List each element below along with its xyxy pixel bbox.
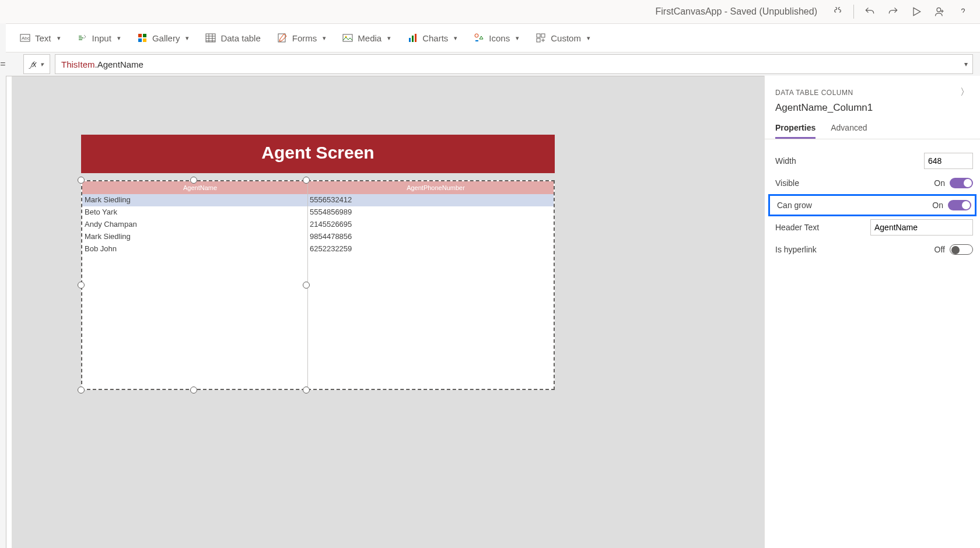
ribbon-icons[interactable]: Icons▾ bbox=[474, 33, 519, 43]
ribbon-charts[interactable]: Charts▾ bbox=[407, 33, 457, 43]
svg-rect-11 bbox=[409, 38, 411, 42]
formula-rest: .AgentName bbox=[95, 59, 144, 69]
resize-handle[interactable] bbox=[190, 177, 197, 184]
resize-handle[interactable] bbox=[78, 387, 85, 394]
datatable-selection[interactable]: AgentName AgentPhoneNumber Mark Siedling… bbox=[81, 180, 555, 390]
screen-header: Agent Screen bbox=[81, 135, 555, 173]
cell: Bob John bbox=[82, 243, 307, 255]
resize-handle[interactable] bbox=[303, 282, 310, 289]
ribbon-gallery[interactable]: Gallery▾ bbox=[137, 33, 190, 43]
svg-rect-12 bbox=[412, 36, 414, 42]
svg-point-0 bbox=[937, 8, 941, 12]
prop-headertext-label: Header Text bbox=[775, 223, 819, 232]
prop-visible: Visible On bbox=[775, 172, 973, 194]
resize-handle[interactable] bbox=[303, 177, 310, 184]
formula-thisitem: ThisItem bbox=[61, 59, 95, 69]
ribbon-icons-label: Icons bbox=[489, 33, 510, 43]
resize-handle[interactable] bbox=[78, 282, 85, 289]
panel-body: Width Visible On Can grow On Header Text bbox=[765, 139, 980, 261]
resize-handle[interactable] bbox=[78, 177, 85, 184]
fx-button[interactable]: 𝑓x▾ bbox=[23, 54, 50, 74]
panel-tabs: Properties Advanced bbox=[765, 120, 980, 139]
prop-width: Width bbox=[775, 150, 973, 172]
ribbon-media[interactable]: Media▾ bbox=[342, 33, 391, 43]
separator bbox=[853, 5, 854, 19]
svg-text:Abc: Abc bbox=[22, 36, 30, 41]
panel-header: DATA TABLE COLUMN 〉 bbox=[765, 86, 980, 100]
col-header-agentphone[interactable]: AgentPhoneNumber bbox=[318, 181, 554, 194]
svg-rect-9 bbox=[343, 34, 352, 41]
table-row[interactable]: Beto Yark5554856989 bbox=[82, 206, 554, 219]
ribbon-charts-label: Charts bbox=[422, 33, 448, 43]
media-icon bbox=[342, 33, 353, 43]
cell: Andy Champan bbox=[82, 219, 307, 231]
icons-icon bbox=[474, 33, 484, 43]
chevron-down-icon[interactable]: ▾ bbox=[964, 60, 968, 68]
cell: 5554856989 bbox=[307, 206, 554, 219]
col-header-agentname[interactable]: AgentName bbox=[82, 181, 318, 194]
cell: 9854478856 bbox=[307, 231, 554, 243]
resize-handle[interactable] bbox=[190, 387, 197, 394]
redo-icon[interactable] bbox=[886, 4, 901, 19]
charts-icon bbox=[407, 33, 418, 43]
table-row[interactable]: Bob John6252232259 bbox=[82, 243, 554, 255]
undo-icon[interactable] bbox=[862, 4, 877, 19]
cell: Mark Siedling bbox=[82, 231, 307, 243]
share-icon[interactable] bbox=[932, 4, 947, 19]
ribbon-gallery-label: Gallery bbox=[152, 33, 180, 43]
panel-section-label: DATA TABLE COLUMN bbox=[775, 89, 853, 97]
cell: Beto Yark bbox=[82, 206, 307, 219]
prop-hyperlink-state: Off bbox=[935, 245, 945, 254]
canvas-content: Agent Screen AgentName AgentPhoneNumber … bbox=[81, 135, 555, 390]
left-strip bbox=[6, 76, 12, 548]
toggle-hyperlink[interactable] bbox=[950, 244, 973, 255]
help-icon[interactable] bbox=[956, 4, 971, 19]
ribbon-custom-label: Custom bbox=[551, 33, 581, 43]
equals-label: = bbox=[0, 59, 6, 69]
datatable-icon bbox=[205, 33, 216, 43]
chevron-right-icon[interactable]: 〉 bbox=[960, 86, 970, 99]
chevron-down-icon: ▾ bbox=[186, 34, 189, 42]
canvas-zone[interactable]: Agent Screen AgentName AgentPhoneNumber … bbox=[6, 76, 764, 548]
app-checker-icon[interactable] bbox=[830, 4, 845, 19]
table-row[interactable]: Andy Champan2145526695 bbox=[82, 219, 554, 231]
datatable[interactable]: AgentName AgentPhoneNumber Mark Siedling… bbox=[81, 180, 555, 390]
prop-headertext-input[interactable] bbox=[870, 219, 973, 236]
svg-rect-6 bbox=[143, 38, 146, 42]
chevron-down-icon: ▾ bbox=[454, 34, 457, 42]
custom-icon bbox=[536, 33, 546, 43]
tab-properties[interactable]: Properties bbox=[775, 120, 816, 139]
ribbon-custom[interactable]: Custom▾ bbox=[536, 33, 590, 43]
ribbon-datatable-label: Data table bbox=[220, 33, 260, 43]
cell: 6252232259 bbox=[307, 243, 554, 255]
chevron-down-icon: ▾ bbox=[323, 34, 326, 42]
main-area: Agent Screen AgentName AgentPhoneNumber … bbox=[6, 76, 980, 548]
svg-rect-4 bbox=[143, 34, 146, 37]
ribbon: Abc Text▾ Input▾ Gallery▾ Data table For… bbox=[6, 23, 980, 52]
cell: Mark Siedling bbox=[82, 194, 307, 206]
formula-input[interactable]: ThisItem.AgentName ▾ bbox=[55, 54, 973, 74]
text-icon: Abc bbox=[20, 33, 30, 43]
tab-advanced[interactable]: Advanced bbox=[831, 120, 867, 139]
chevron-down-icon: ▾ bbox=[117, 34, 121, 42]
table-row[interactable]: Mark Siedling9854478856 bbox=[82, 231, 554, 243]
ribbon-forms[interactable]: Forms▾ bbox=[277, 33, 327, 43]
prop-hyperlink-label: Is hyperlink bbox=[775, 245, 817, 254]
prop-width-input[interactable] bbox=[924, 153, 973, 169]
ribbon-datatable[interactable]: Data table bbox=[205, 33, 260, 43]
svg-rect-3 bbox=[138, 34, 142, 37]
table-row[interactable]: Mark Siedling5556532412 bbox=[82, 194, 554, 206]
prop-cangrow-state: On bbox=[932, 201, 943, 210]
toggle-visible[interactable] bbox=[950, 178, 973, 188]
ribbon-text-label: Text bbox=[35, 33, 51, 43]
play-icon[interactable] bbox=[909, 4, 924, 19]
datatable-headers: AgentName AgentPhoneNumber bbox=[82, 181, 554, 194]
ribbon-text[interactable]: Abc Text▾ bbox=[20, 33, 61, 43]
titlebar: FirstCanvasApp - Saved (Unpublished) bbox=[0, 0, 980, 23]
gallery-icon bbox=[137, 33, 148, 43]
svg-rect-16 bbox=[541, 34, 545, 37]
toggle-cangrow[interactable] bbox=[948, 200, 971, 210]
resize-handle[interactable] bbox=[303, 387, 310, 394]
chevron-down-icon: ▾ bbox=[516, 34, 519, 42]
ribbon-input[interactable]: Input▾ bbox=[77, 33, 121, 43]
